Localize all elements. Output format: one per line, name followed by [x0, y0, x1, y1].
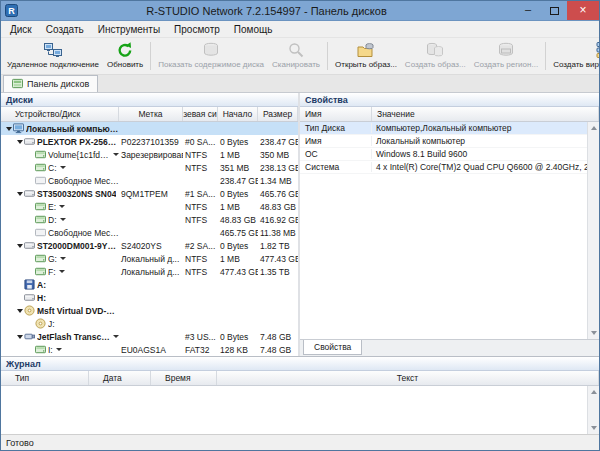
refresh-button[interactable]: Обновить [103, 39, 147, 73]
remote-connection-button[interactable]: Удаленное подключение [3, 39, 103, 73]
expander-icon[interactable] [15, 309, 24, 313]
table-row[interactable]: Volume{1c1fdbc9-7...Зарезервировав...NTF… [1, 148, 298, 161]
tab-disk-panel[interactable]: Панель дисков [3, 75, 98, 92]
window-controls [515, 1, 599, 20]
properties-column-header-0[interactable]: Имя [300, 107, 372, 121]
show-disk-content-button: Показать содержимое диска [154, 39, 268, 73]
open-image-button[interactable]: Открыть образ... [331, 39, 401, 73]
scroll-up-icon[interactable] [591, 390, 597, 394]
table-row[interactable]: JetFlash Transcend 8GB ...#3 US...0 Byte… [1, 330, 298, 343]
property-row[interactable]: Тип ДискаКомпьютер,Локальный компьютер [300, 122, 587, 135]
table-row[interactable]: Свободное Место25465.75 GB11.38 MB [1, 226, 298, 239]
properties-column-header-1[interactable]: Значение [372, 107, 599, 121]
disks-column-header-1[interactable]: Метка [119, 107, 183, 121]
app-icon: R [5, 4, 18, 17]
volume-icon [35, 344, 46, 355]
table-row[interactable]: G:Локальный д...NTFS1 MB477.43 GB [1, 252, 298, 265]
menu-item-3[interactable]: Просмотр [167, 24, 227, 35]
menu-item-4[interactable]: Помощь [227, 24, 280, 35]
create-virtual-raid-button[interactable]: Создать виртуальный RAID [549, 39, 600, 73]
menu-item-0[interactable]: Диск [3, 24, 39, 35]
showcontent-icon [202, 41, 220, 59]
property-row[interactable]: ОСWindows 8.1 Build 9600 [300, 148, 587, 161]
disks-column-header-3[interactable]: Начало [218, 107, 258, 121]
property-row[interactable]: Система4 x Intel(R) Core(TM)2 Quad CPU Q… [300, 161, 587, 174]
chevron-down-icon[interactable] [60, 218, 66, 221]
journal-rows [1, 386, 587, 434]
scroll-up-icon[interactable] [591, 126, 597, 130]
size-cell: 477.43 GB [258, 254, 298, 264]
volume-icon [35, 253, 46, 264]
scroll-down-icon[interactable] [591, 331, 597, 335]
menu-bar: ДискСоздатьИнструментыПросмотрПомощь [1, 21, 599, 38]
free-icon [35, 175, 46, 186]
table-row[interactable]: C:NTFS351 MB238.13 GB [1, 161, 298, 174]
expander-icon[interactable] [15, 335, 24, 339]
property-row[interactable]: ИмяЛокальный компьютер [300, 135, 587, 148]
table-row[interactable]: E:NTFS1 MB48.83 GB [1, 200, 298, 213]
chevron-down-icon[interactable] [56, 348, 62, 351]
device-label: E: [48, 202, 56, 212]
disks-column-header-2[interactable]: зевая си [183, 107, 218, 121]
table-row[interactable]: H: [1, 291, 298, 304]
menu-item-2[interactable]: Инструменты [91, 24, 167, 35]
meta-cell: Зарезервировав... [119, 150, 183, 160]
device-label: ST3500320NS SN04 [37, 189, 116, 199]
table-row[interactable]: ST3500320NS SN049QM1TPEM#1 SA...0 Bytes4… [1, 187, 298, 200]
device-label: Msft Virtual DVD-ROM 1.0 [37, 306, 119, 316]
minimize-button[interactable] [515, 1, 541, 20]
computer-icon [13, 123, 24, 134]
close-button[interactable] [567, 1, 599, 20]
properties-panel-caption: Свойства [300, 93, 599, 107]
table-row[interactable]: A: [1, 278, 298, 291]
tab-properties[interactable]: Свойства [303, 340, 362, 355]
toolbar-button-label: Удаленное подключение [7, 60, 99, 69]
table-row[interactable]: F:Локальный д...NTFS477.43 GB1.35 TB [1, 265, 298, 278]
expander-icon[interactable] [4, 127, 13, 131]
properties-scrollbar[interactable] [587, 122, 599, 339]
journal-column-header-3[interactable]: Текст [217, 371, 599, 385]
meta-cell: S24020YS [119, 241, 183, 251]
scan-button: Сканировать [268, 39, 324, 73]
fs-cell: #1 SA... [183, 189, 218, 199]
chevron-down-icon[interactable] [113, 335, 119, 338]
journal-body [1, 386, 599, 434]
expander-icon[interactable] [15, 192, 24, 196]
properties-tab-bar: Свойства [300, 339, 599, 356]
table-row[interactable]: Msft Virtual DVD-ROM 1.0 [1, 304, 298, 317]
disks-column-header-4[interactable]: Размер [258, 107, 298, 121]
journal-scrollbar[interactable] [587, 386, 599, 434]
hdd-icon [24, 136, 35, 147]
table-row[interactable]: I:EU0AGS1AFAT32128 KB7.48 GB [1, 343, 298, 356]
table-row[interactable]: ST2000DM001-9YN164 ...S24020YS#2 SA...0 … [1, 239, 298, 252]
journal-column-header-0[interactable]: Тип [1, 371, 89, 385]
start-cell: 351 MB [218, 163, 258, 173]
expander-icon[interactable] [15, 140, 24, 144]
start-cell: 48.83 GB [218, 215, 258, 225]
device-cell: Локальный компьютер [1, 123, 119, 134]
property-name: Тип Диска [300, 123, 372, 133]
table-row[interactable]: Свободное Место22238.47 GB1.34 MB [1, 174, 298, 187]
chevron-down-icon[interactable] [59, 270, 65, 273]
main-area: Диски Устройство/ДискМетказевая сиНачало… [1, 93, 599, 356]
chevron-down-icon[interactable] [59, 205, 65, 208]
scroll-down-icon[interactable] [591, 426, 597, 430]
table-row[interactable]: D:NTFS48.83 GB416.92 GB [1, 213, 298, 226]
cd-icon [24, 305, 35, 316]
chevron-down-icon[interactable] [60, 166, 66, 169]
device-cell: Свободное Место25 [1, 227, 119, 238]
disks-panel-caption: Диски [1, 93, 298, 107]
disks-column-header-0[interactable]: Устройство/Диск [1, 107, 119, 121]
expander-icon[interactable] [15, 244, 24, 248]
title-bar[interactable]: R R-STUDIO Network 7.2.154997 - Панель д… [1, 1, 599, 21]
menu-item-1[interactable]: Создать [39, 24, 91, 35]
chevron-down-icon[interactable] [60, 257, 66, 260]
device-label: A: [37, 280, 46, 290]
table-row[interactable]: J: [1, 317, 298, 330]
journal-column-header-1[interactable]: Дата [89, 371, 151, 385]
table-row[interactable]: Локальный компьютер [1, 122, 298, 135]
size-cell: 465.76 GB [258, 189, 298, 199]
table-row[interactable]: PLEXTOR PX-256M5Pro ...P02237101359#0 SA… [1, 135, 298, 148]
maximize-button[interactable] [541, 1, 567, 20]
journal-column-header-2[interactable]: Время [151, 371, 217, 385]
